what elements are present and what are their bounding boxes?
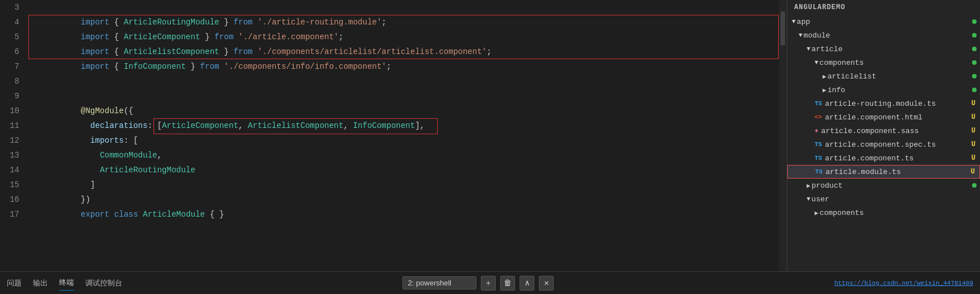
line-number-3: 3 [0,3,28,12]
ts-icon-component: TS [815,155,822,162]
line-number-15: 15 [0,180,28,189]
tree-item-article-module-ts[interactable]: TS article.module.ts U [787,165,980,179]
line-number-8: 8 [0,77,28,86]
line-number-10: 10 [0,106,28,115]
status-dot-info [972,88,977,92]
arrow-articlelist: ▶ [823,73,827,80]
sass-icon: ♦ [815,127,819,134]
tab-debug[interactable]: 调试控制台 [85,276,122,291]
badge-component-ts: U [971,154,980,162]
sidebar: ANGULARDEMO ▼ app ▼ module ▼ article ▼ c… [787,0,980,271]
arrow-product: ▶ [807,182,811,189]
line-number-9: 9 [0,92,28,101]
scrollbar-thumb[interactable] [780,11,785,45]
badge-spec: U [971,140,980,148]
arrow-app: ▼ [792,18,796,25]
code-editor: 3 4 import { ArticleRoutingModule } from… [0,0,779,271]
arrow-components: ▼ [815,59,819,66]
ts-icon-module: TS [815,168,823,175]
line-number-6: 6 [0,47,28,56]
tree-item-articlelist[interactable]: ▶ articlelist [787,69,980,83]
tree-label-article-component-ts: article.component.ts [825,154,971,163]
tab-output[interactable]: 输出 [33,276,48,291]
tree-item-components[interactable]: ▼ components [787,56,980,69]
tree-label-components: components [820,59,972,67]
status-dot-product [972,183,977,188]
tree-item-article-html[interactable]: <> article.component.html U [787,110,980,124]
line-number-4: 4 [0,18,28,27]
sidebar-title: ANGULARDEMO [787,0,980,15]
tab-problems[interactable]: 问题 [7,276,22,291]
status-dot-articlelist [972,74,977,78]
terminal-dropdown[interactable]: 2: powershell [402,276,476,289]
tree-label-user-components: components [820,209,980,217]
arrow-user: ▼ [807,196,811,202]
tree-label-module: module [804,31,972,40]
tree-label-app: app [797,18,972,26]
tree-label-user: user [812,195,980,204]
line-number-13: 13 [0,151,28,160]
terminal-bar: 问题 输出 终端 调试控制台 2: powershell ＋ 🗑 ∧ ✕ htt… [0,271,980,294]
tree-label-article: article [812,45,972,53]
arrow-user-components: ▶ [815,209,819,217]
status-dot-article [972,47,977,51]
status-dot-components [972,60,977,65]
terminal-controls: 2: powershell ＋ 🗑 ∧ ✕ [134,276,823,291]
tree-item-article[interactable]: ▼ article [787,42,980,56]
line-number-14: 14 [0,165,28,175]
html-icon: <> [815,114,822,121]
arrow-info: ▶ [823,86,827,94]
line-number-12: 12 [0,136,28,145]
status-dot-module [972,33,977,38]
terminal-up-button[interactable]: ∧ [520,276,534,291]
tree-item-article-component-ts[interactable]: TS article.component.ts U [787,151,980,165]
line-number-7: 7 [0,62,28,71]
badge-routing: U [971,100,980,107]
terminal-close-button[interactable]: ✕ [539,276,554,291]
badge-module-ts: U [971,168,979,176]
lines-wrapper: 3 4 import { ArticleRoutingModule } from… [0,0,779,222]
scrollbar-track[interactable] [779,0,787,271]
tree-label-info: info [828,86,972,94]
arrow-module: ▼ [799,32,803,39]
tree-item-article-routing[interactable]: TS article-routing.module.ts U [787,97,980,110]
line-number-17: 17 [0,210,28,219]
tree-label-article-routing: article-routing.module.ts [825,100,971,108]
url-link[interactable]: https://blog.csdn.net/weixin_44781409 [834,280,973,287]
add-terminal-button[interactable]: ＋ [481,276,496,291]
main-container: 3 4 import { ArticleRoutingModule } from… [0,0,980,271]
arrow-article: ▼ [807,45,811,52]
ts-icon-spec: TS [815,141,822,148]
tree-label-articlelist: articlelist [828,72,972,81]
tree-label-product: product [812,181,972,190]
tree-label-article-html: article.component.html [825,113,971,122]
tree-item-article-spec[interactable]: TS article.component.spec.ts U [787,138,980,151]
ts-icon-routing: TS [815,100,822,107]
terminal-right: https://blog.csdn.net/weixin_44781409 [834,280,973,287]
tree-item-module[interactable]: ▼ module [787,28,980,42]
code-line-8: 8 [0,74,779,89]
code-line-7: 7 import { InfoComponent } from './compo… [0,59,779,74]
delete-terminal-button[interactable]: 🗑 [500,276,515,291]
tree-label-article-module-ts: article.module.ts [825,168,971,176]
tab-terminal[interactable]: 终端 [59,275,74,291]
badge-html: U [971,113,980,121]
tree-label-article-sass: article.component.sass [821,127,971,135]
line-content-17: export class ArticleModule { } [28,201,779,228]
tree-item-user[interactable]: ▼ user [787,192,980,206]
badge-sass: U [971,127,980,135]
tree-label-article-spec: article.component.spec.ts [825,140,971,149]
code-line-17: 17 export class ArticleModule { } [0,207,779,222]
tree-item-user-components[interactable]: ▶ components [787,206,980,220]
line-number-5: 5 [0,32,28,42]
tree-item-product[interactable]: ▶ product [787,179,980,192]
line-number-16: 16 [0,195,28,204]
status-dot-app [972,19,977,24]
tree-item-app[interactable]: ▼ app [787,15,980,28]
tree-item-article-sass[interactable]: ♦ article.component.sass U [787,124,980,138]
line-number-11: 11 [0,121,28,130]
tree-item-info[interactable]: ▶ info [787,83,980,97]
